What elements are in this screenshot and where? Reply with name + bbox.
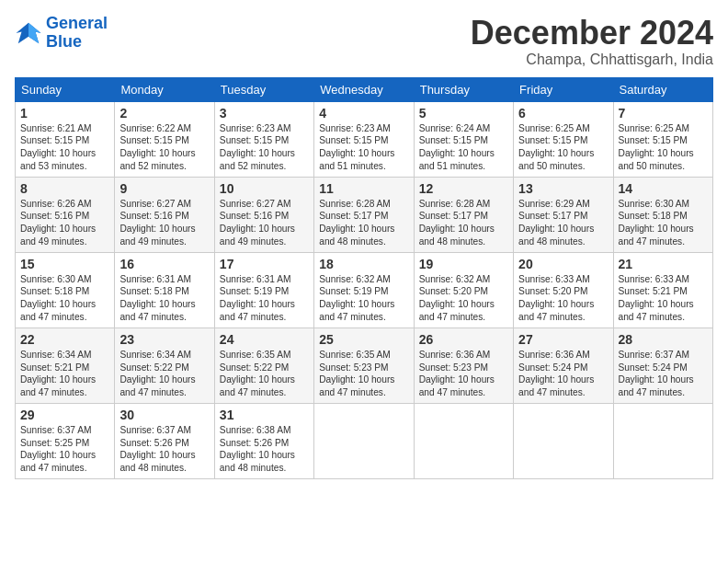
calendar-table: SundayMondayTuesdayWednesdayThursdayFrid…: [15, 77, 713, 479]
day-info: Sunrise: 6:35 AM Sunset: 5:23 PM Dayligh…: [319, 349, 408, 399]
day-info: Sunrise: 6:31 AM Sunset: 5:18 PM Dayligh…: [119, 273, 209, 324]
calendar-week-row: 22Sunrise: 6:34 AM Sunset: 5:21 PM Dayli…: [16, 327, 713, 403]
day-info: Sunrise: 6:29 AM Sunset: 5:17 PM Dayligh…: [518, 198, 608, 248]
calendar-day-cell: 27Sunrise: 6:36 AM Sunset: 5:24 PM Dayli…: [514, 327, 613, 403]
day-info: Sunrise: 6:31 AM Sunset: 5:19 PM Dayligh…: [220, 273, 309, 324]
day-number: 17: [220, 257, 309, 271]
calendar-week-row: 15Sunrise: 6:30 AM Sunset: 5:18 PM Dayli…: [16, 252, 713, 327]
calendar-week-row: 29Sunrise: 6:37 AM Sunset: 5:25 PM Dayli…: [16, 403, 713, 478]
day-info: Sunrise: 6:37 AM Sunset: 5:25 PM Dayligh…: [20, 424, 109, 475]
calendar-day-cell: 28Sunrise: 6:37 AM Sunset: 5:24 PM Dayli…: [613, 327, 712, 403]
day-info: Sunrise: 6:27 AM Sunset: 5:16 PM Dayligh…: [220, 198, 309, 248]
calendar-weekday: Wednesday: [314, 77, 414, 101]
day-info: Sunrise: 6:38 AM Sunset: 5:26 PM Dayligh…: [220, 424, 309, 475]
calendar-weekday: Thursday: [414, 77, 513, 101]
month-title: December 2024: [471, 15, 713, 52]
calendar-day-cell: 29Sunrise: 6:37 AM Sunset: 5:25 PM Dayli…: [16, 403, 115, 478]
calendar-day-cell: 21Sunrise: 6:33 AM Sunset: 5:21 PM Dayli…: [613, 252, 712, 327]
calendar-day-cell: 10Sunrise: 6:27 AM Sunset: 5:16 PM Dayli…: [214, 177, 313, 252]
logo-icon: [15, 19, 42, 47]
day-info: Sunrise: 6:22 AM Sunset: 5:15 PM Dayligh…: [119, 122, 209, 173]
day-number: 30: [119, 408, 209, 422]
day-number: 1: [20, 106, 109, 121]
day-number: 3: [220, 106, 309, 121]
calendar-week-row: 8Sunrise: 6:26 AM Sunset: 5:16 PM Daylig…: [16, 177, 713, 252]
calendar-day-cell: 3Sunrise: 6:23 AM Sunset: 5:15 PM Daylig…: [214, 101, 313, 177]
day-info: Sunrise: 6:34 AM Sunset: 5:22 PM Dayligh…: [119, 349, 209, 399]
day-info: Sunrise: 6:25 AM Sunset: 5:15 PM Dayligh…: [518, 122, 608, 173]
day-info: Sunrise: 6:33 AM Sunset: 5:20 PM Dayligh…: [518, 273, 608, 324]
calendar-header-row: SundayMondayTuesdayWednesdayThursdayFrid…: [16, 77, 713, 101]
day-number: 23: [119, 332, 209, 347]
calendar-day-cell: 9Sunrise: 6:27 AM Sunset: 5:16 PM Daylig…: [115, 177, 214, 252]
calendar-day-cell: 5Sunrise: 6:24 AM Sunset: 5:15 PM Daylig…: [414, 101, 513, 177]
day-info: Sunrise: 6:32 AM Sunset: 5:20 PM Dayligh…: [419, 273, 508, 324]
day-number: 31: [220, 408, 309, 422]
calendar-body: 1Sunrise: 6:21 AM Sunset: 5:15 PM Daylig…: [16, 101, 713, 478]
calendar-day-cell: 26Sunrise: 6:36 AM Sunset: 5:23 PM Dayli…: [414, 327, 513, 403]
day-info: Sunrise: 6:25 AM Sunset: 5:15 PM Dayligh…: [619, 122, 708, 173]
calendar-day-cell: 12Sunrise: 6:28 AM Sunset: 5:17 PM Dayli…: [414, 177, 513, 252]
day-number: 7: [619, 106, 708, 121]
day-number: 29: [20, 408, 109, 422]
day-info: Sunrise: 6:36 AM Sunset: 5:24 PM Dayligh…: [518, 349, 608, 399]
day-number: 27: [518, 332, 608, 347]
calendar-day-cell: 14Sunrise: 6:30 AM Sunset: 5:18 PM Dayli…: [613, 177, 712, 252]
day-number: 4: [319, 106, 408, 121]
calendar-day-cell: 6Sunrise: 6:25 AM Sunset: 5:15 PM Daylig…: [514, 101, 613, 177]
day-number: 16: [119, 257, 209, 271]
logo: General Blue: [15, 15, 108, 52]
day-number: 12: [419, 181, 508, 196]
day-info: Sunrise: 6:23 AM Sunset: 5:15 PM Dayligh…: [319, 122, 408, 173]
location-title: Champa, Chhattisgarh, India: [471, 52, 713, 68]
calendar-day-cell: 16Sunrise: 6:31 AM Sunset: 5:18 PM Dayli…: [115, 252, 214, 327]
day-number: 5: [419, 106, 508, 121]
day-number: 20: [518, 257, 608, 271]
logo-text: General Blue: [46, 15, 108, 52]
calendar-day-cell: 8Sunrise: 6:26 AM Sunset: 5:16 PM Daylig…: [16, 177, 115, 252]
calendar-day-cell: 20Sunrise: 6:33 AM Sunset: 5:20 PM Dayli…: [514, 252, 613, 327]
day-number: 22: [20, 332, 109, 347]
day-number: 18: [319, 257, 408, 271]
calendar-day-cell: 4Sunrise: 6:23 AM Sunset: 5:15 PM Daylig…: [314, 101, 414, 177]
day-number: 13: [518, 181, 608, 196]
calendar-day-cell: 13Sunrise: 6:29 AM Sunset: 5:17 PM Dayli…: [514, 177, 613, 252]
day-info: Sunrise: 6:37 AM Sunset: 5:26 PM Dayligh…: [119, 424, 209, 475]
day-number: 10: [220, 181, 309, 196]
day-number: 9: [119, 181, 209, 196]
calendar-day-cell: [414, 403, 513, 478]
day-number: 11: [319, 181, 408, 196]
svg-marker-1: [28, 23, 41, 44]
calendar-day-cell: 25Sunrise: 6:35 AM Sunset: 5:23 PM Dayli…: [314, 327, 414, 403]
day-number: 28: [619, 332, 708, 347]
calendar-day-cell: 11Sunrise: 6:28 AM Sunset: 5:17 PM Dayli…: [314, 177, 414, 252]
day-info: Sunrise: 6:26 AM Sunset: 5:16 PM Dayligh…: [20, 198, 109, 248]
day-info: Sunrise: 6:37 AM Sunset: 5:24 PM Dayligh…: [619, 349, 708, 399]
header: General Blue December 2024 Champa, Chhat…: [15, 15, 713, 68]
day-info: Sunrise: 6:33 AM Sunset: 5:21 PM Dayligh…: [619, 273, 708, 324]
calendar-day-cell: 23Sunrise: 6:34 AM Sunset: 5:22 PM Dayli…: [115, 327, 214, 403]
day-info: Sunrise: 6:34 AM Sunset: 5:21 PM Dayligh…: [20, 349, 109, 399]
calendar-day-cell: [514, 403, 613, 478]
day-info: Sunrise: 6:23 AM Sunset: 5:15 PM Dayligh…: [220, 122, 309, 173]
day-info: Sunrise: 6:35 AM Sunset: 5:22 PM Dayligh…: [220, 349, 309, 399]
day-number: 25: [319, 332, 408, 347]
calendar-weekday: Sunday: [16, 77, 115, 101]
calendar-week-row: 1Sunrise: 6:21 AM Sunset: 5:15 PM Daylig…: [16, 101, 713, 177]
calendar-day-cell: [314, 403, 414, 478]
calendar-day-cell: 31Sunrise: 6:38 AM Sunset: 5:26 PM Dayli…: [214, 403, 313, 478]
calendar-day-cell: [613, 403, 712, 478]
page: General Blue December 2024 Champa, Chhat…: [0, 0, 728, 563]
calendar-day-cell: 1Sunrise: 6:21 AM Sunset: 5:15 PM Daylig…: [16, 101, 115, 177]
day-info: Sunrise: 6:36 AM Sunset: 5:23 PM Dayligh…: [419, 349, 508, 399]
day-info: Sunrise: 6:28 AM Sunset: 5:17 PM Dayligh…: [419, 198, 508, 248]
calendar-weekday: Tuesday: [214, 77, 313, 101]
day-number: 21: [619, 257, 708, 271]
calendar-weekday: Saturday: [613, 77, 712, 101]
day-info: Sunrise: 6:30 AM Sunset: 5:18 PM Dayligh…: [619, 198, 708, 248]
calendar-day-cell: 24Sunrise: 6:35 AM Sunset: 5:22 PM Dayli…: [214, 327, 313, 403]
day-number: 24: [220, 332, 309, 347]
day-info: Sunrise: 6:27 AM Sunset: 5:16 PM Dayligh…: [119, 198, 209, 248]
calendar-weekday: Monday: [115, 77, 214, 101]
calendar-day-cell: 18Sunrise: 6:32 AM Sunset: 5:19 PM Dayli…: [314, 252, 414, 327]
